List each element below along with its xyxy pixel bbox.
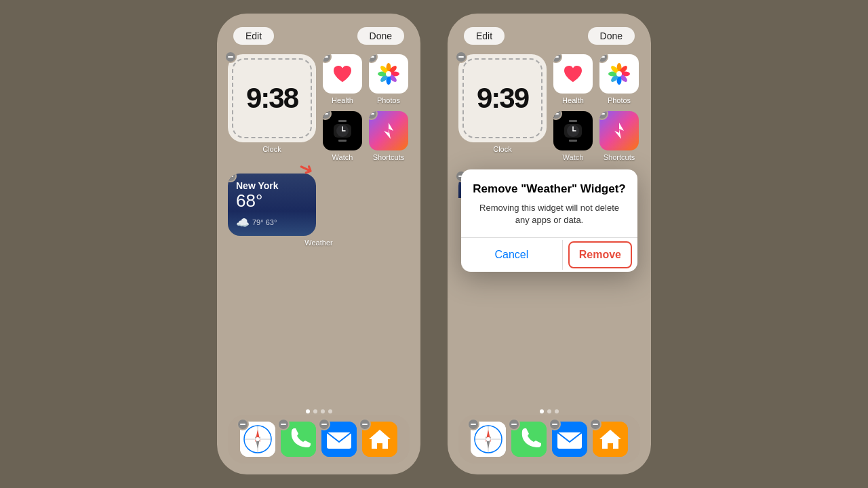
photos-label: Photos <box>377 96 400 104</box>
clock-widget-container: 9:38 Clock <box>228 54 316 161</box>
clock-label: Clock <box>262 145 281 153</box>
dialog-content: Remove "Weather" Widget? Removing this w… <box>461 169 637 226</box>
dialog-remove-button[interactable]: Remove <box>568 241 632 268</box>
weather-label: Weather <box>228 239 410 247</box>
dialog-title: Remove "Weather" Widget? <box>472 182 627 197</box>
health-app-row: Health <box>323 54 362 104</box>
weather-temp: 68° <box>236 191 308 211</box>
photos-icon[interactable] <box>369 54 408 94</box>
health-icon[interactable] <box>323 54 362 94</box>
svg-point-21 <box>256 437 260 441</box>
svg-rect-9 <box>338 120 347 122</box>
dialog-buttons: Cancel Remove <box>461 237 637 272</box>
shortcuts-app-row: Shortcuts <box>369 111 408 161</box>
health-label: Health <box>332 96 353 104</box>
dock-1 <box>228 415 410 464</box>
photos-svg <box>376 61 401 87</box>
watch-label: Watch <box>332 153 353 161</box>
weather-widget-container: New York 68° ☁️ 79° 63° Weather <box>228 174 410 247</box>
svg-rect-10 <box>338 140 347 142</box>
watch-svg <box>331 119 354 142</box>
health-svg <box>330 62 355 86</box>
dot-2 <box>313 409 317 413</box>
dock-mail-row <box>321 422 357 457</box>
safari-remove-badge[interactable] <box>237 418 249 430</box>
photos-app-row: Photos <box>369 54 408 104</box>
weather-range: 79° 63° <box>252 218 277 226</box>
clock-border: 9:38 <box>232 58 312 138</box>
watch-app-row: Watch <box>323 111 362 161</box>
dock-home-row <box>362 422 397 457</box>
apps-area-1: 9:38 Clock Health <box>228 54 410 161</box>
phone-remove-badge[interactable] <box>277 418 290 430</box>
shortcuts-icon[interactable] <box>369 111 408 150</box>
dock-safari-icon[interactable] <box>240 422 275 457</box>
dot-3 <box>321 409 325 413</box>
dialog-overlay: Remove "Weather" Widget? Removing this w… <box>448 14 651 474</box>
phone-2: Edit Done 9:39 Clock <box>448 14 651 474</box>
svg-point-8 <box>386 71 391 77</box>
dot-4 <box>328 409 332 413</box>
phone-1: Edit Done 9:38 Clock <box>217 14 420 474</box>
dock-phone-icon[interactable] <box>281 422 316 457</box>
shortcuts-svg <box>378 121 399 141</box>
clock-widget[interactable]: 9:38 <box>228 54 316 142</box>
weather-widget[interactable]: New York 68° ☁️ 79° 63° <box>228 174 316 236</box>
page-dots-1 <box>217 409 420 413</box>
clock-remove-badge[interactable] <box>224 51 237 63</box>
watch-icon[interactable] <box>323 111 362 150</box>
top-bar-1: Edit Done <box>228 27 410 45</box>
remove-widget-dialog: Remove "Weather" Widget? Removing this w… <box>461 169 637 272</box>
shortcuts-remove-badge[interactable] <box>369 111 378 120</box>
dock-home-icon[interactable] <box>362 422 397 457</box>
home-remove-badge[interactable] <box>359 418 371 430</box>
done-button-1[interactable]: Done <box>357 27 404 45</box>
dialog-cancel-button[interactable]: Cancel <box>461 240 563 270</box>
weather-city: New York <box>236 180 308 191</box>
dot-1 <box>306 409 310 413</box>
dock-safari-row <box>240 422 275 457</box>
weather-cloud-icon: ☁️ <box>236 216 250 229</box>
dock-phone-row <box>281 422 316 457</box>
dialog-message: Removing this widget will not delete any… <box>472 202 627 226</box>
shortcuts-label: Shortcuts <box>373 153 404 161</box>
mail-remove-badge[interactable] <box>318 418 330 430</box>
app-grid-1: Health <box>323 54 408 161</box>
weather-row: ☁️ 79° 63° <box>236 216 308 229</box>
edit-button-1[interactable]: Edit <box>233 27 274 45</box>
clock-time: 9:38 <box>246 84 298 113</box>
dock-mail-icon[interactable] <box>321 422 357 457</box>
